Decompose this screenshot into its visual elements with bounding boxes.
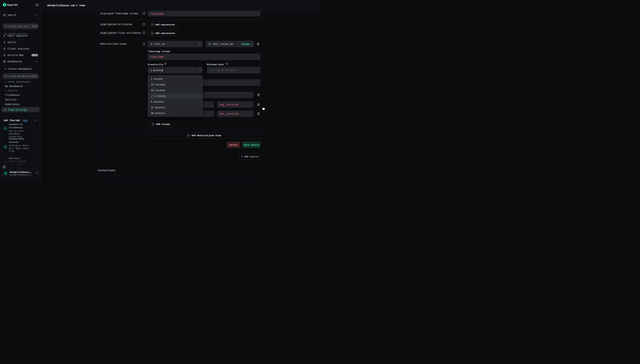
sidebar-item-kubernetes[interactable]: Kubernetes: [5, 103, 20, 106]
select-value: otel_v2: [155, 42, 165, 46]
sidebar-item-client-sessions[interactable]: Client Sessions: [0, 46, 41, 51]
help-circle-icon[interactable]: ?: [142, 31, 145, 34]
group-presets[interactable]: PRESETS: [5, 90, 18, 92]
bell-icon: [3, 41, 6, 44]
check-circle-icon: [4, 145, 7, 148]
beta-badge: BETA: [31, 54, 38, 56]
search-icon: [5, 25, 7, 28]
help-circle-icon[interactable]: ?: [226, 62, 228, 65]
saved-dashboards-input[interactable]: Saved Dashboards ⌘ K: [2, 73, 39, 79]
button-label: Add expression: [155, 32, 175, 34]
sidebar-item-label: Dashboards: [8, 60, 22, 63]
input-value: max__Duration: [220, 112, 239, 115]
laptop-icon: [3, 48, 6, 50]
step-number-badge: 3: [4, 161, 7, 164]
sidebar-item-service-map[interactable]: Service Map BETA: [0, 52, 41, 58]
step-title[interactable]: Add Data: [9, 157, 32, 160]
dropdown-option[interactable]: 30 seconds: [149, 88, 202, 93]
delete-column-trash-icon[interactable]: [257, 103, 260, 106]
check-circle-icon: [4, 127, 7, 130]
mouse-cursor-pointer: [262, 106, 266, 111]
chevron-up-icon[interactable]: [36, 14, 38, 16]
chevron-up-icon[interactable]: [34, 120, 36, 121]
dropdown-option[interactable]: 15 minutes: [149, 104, 202, 110]
shortcut-badge: ⌘ K: [31, 25, 37, 28]
sidebar-item-label: Client Sessions: [8, 47, 29, 50]
input-value: avg__Duration: [220, 103, 239, 106]
table-icon: [208, 43, 211, 45]
delete-column-trash-icon[interactable]: [257, 112, 260, 115]
connections-card: [97, 180, 264, 182]
group-label: PRESETS: [8, 90, 18, 92]
granularity-select[interactable]: 1 minute: [148, 67, 203, 74]
sidebar-item-alerts[interactable]: Alerts: [0, 40, 41, 45]
column-alias-input[interactable]: avg__Duration: [217, 101, 253, 108]
dropdown-option[interactable]: 1 second: [149, 76, 202, 82]
add-materialized-view-button[interactable]: + Add Materialized View: [148, 132, 260, 138]
help-circle-icon[interactable]: ?: [164, 62, 167, 65]
help-circle-icon[interactable]: ?: [142, 42, 145, 45]
delete-column-trash-icon[interactable]: [257, 93, 260, 96]
sidebar-item-services[interactable]: Services: [5, 98, 17, 101]
user-name: dale@clickhouse.…: [10, 171, 32, 174]
add-expression-button[interactable]: + Add expression: [148, 21, 178, 28]
saved-searches-placeholder: Saved Searches: [9, 25, 29, 28]
timestamp-column-input[interactable]: Timestamp: [148, 54, 260, 60]
minimum-date-input[interactable]: YYYY-MM-DD HH:mm:ss: [207, 67, 260, 74]
delete-view-trash-icon[interactable]: [257, 42, 260, 46]
save-source-button[interactable]: Save Source: [242, 142, 260, 148]
sidebar-item-dashboards[interactable]: Dashboards: [0, 59, 41, 64]
select-chevrons-icon: [199, 43, 201, 45]
saved-dashboards-placeholder: Saved Dashboards: [9, 75, 31, 78]
sidebar-item-label: Team Settings: [8, 108, 27, 111]
add-expression-button[interactable]: + Add expression: [148, 30, 178, 36]
check-icon: [151, 95, 153, 97]
sidebar-item-search[interactable]: Search: [0, 12, 41, 18]
sidebar-item-clickhouse[interactable]: ClickHouse: [5, 94, 20, 96]
add-column-button[interactable]: + Add Column: [148, 121, 174, 127]
step-title[interactable]: Connect to ClickHouse: [9, 123, 32, 129]
dropdown-option[interactable]: 15 seconds: [149, 82, 202, 88]
divider: [100, 19, 262, 20]
app-name: HyperDX: [7, 4, 18, 6]
step-title[interactable]: Create Data Sources: [9, 137, 32, 144]
service-map-icon: [3, 54, 6, 56]
sidebar-item-my-dashboard[interactable]: My Dashboard: [5, 85, 23, 88]
plus-circle-icon: +: [151, 23, 154, 26]
saved-searches-input[interactable]: Saved Searches ⌘ K: [2, 24, 39, 29]
help-button[interactable]: [2, 165, 7, 169]
progress-badge: 2/3: [22, 119, 29, 122]
materialized-views-label: Materialized Views: [100, 42, 127, 45]
timestamp-column-label: Timestamp Column: [148, 50, 170, 53]
delete-button[interactable]: Delete: [227, 142, 240, 148]
materialized-view-select[interactable]: otel_v2: [148, 41, 203, 47]
user-menu[interactable]: D dale@clickhouse.… dale@clickhouse.c…: [2, 170, 40, 177]
arrow-right-icon: [34, 162, 36, 165]
step-desc: Set up your database connection: [9, 130, 34, 138]
schema-link[interactable]: Schema: [242, 43, 250, 46]
get-started-card: Get Started 2/3 Connect to ClickHouse Se…: [2, 116, 39, 168]
dropdown-option[interactable]: 5 minutes: [149, 99, 202, 104]
sidebar-item-chart-explorer[interactable]: Chart Explorer: [0, 33, 41, 38]
logo-row: HyperDX: [0, 0, 41, 9]
group-saved-dashboards[interactable]: SAVED DASHBOARDS: [5, 81, 31, 83]
sidebar-collapse-icon[interactable]: [36, 4, 39, 6]
displayed-timestamp-input[interactable]: Timestamp: [148, 11, 260, 16]
step-desc: Configure where your data comes from: [9, 144, 34, 153]
column-alias-input[interactable]: max__Duration: [217, 110, 253, 117]
materialized-table-select[interactable]: otel_traces_1m Schema: [206, 41, 254, 47]
search-results-table-icon: [3, 14, 6, 16]
divider: [100, 129, 262, 129]
chevron-up-icon[interactable]: [36, 61, 38, 62]
help-circle-icon[interactable]: ?: [142, 23, 145, 26]
create-dashboard-button[interactable]: + Create Dashboard: [0, 66, 41, 72]
input-value: Timestamp: [150, 12, 163, 15]
dropdown-option[interactable]: 30 minutes: [149, 110, 202, 116]
add-source-button[interactable]: + Add source: [239, 153, 260, 160]
help-circle-icon[interactable]: ?: [142, 12, 145, 15]
get-started-title: Get Started: [4, 119, 20, 122]
input-placeholder: YYYY-MM-DD HH:mm:ss: [210, 69, 237, 72]
group-label: SAVED DASHBOARDS: [8, 81, 31, 83]
sidebar-item-team-settings[interactable]: Team Settings: [2, 107, 40, 112]
dropdown-option-selected[interactable]: 1 minute: [149, 93, 202, 99]
